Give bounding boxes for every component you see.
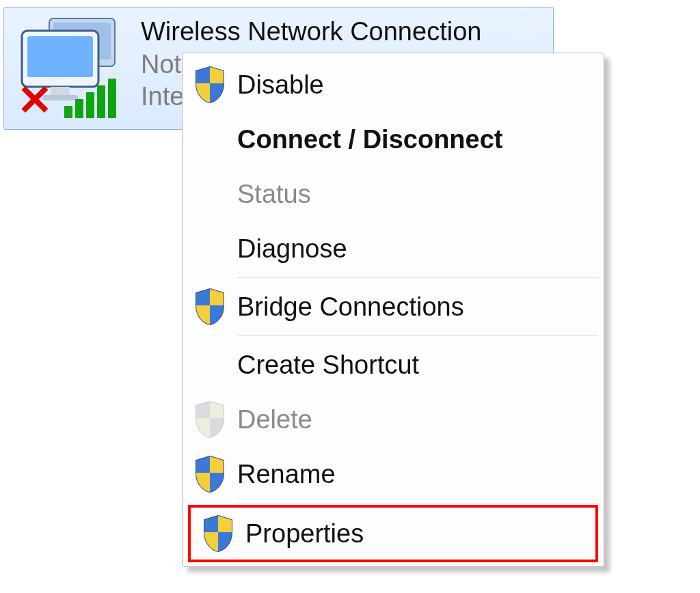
uac-shield-icon [189,454,230,495]
menu-separator [237,277,598,278]
label: Diagnose [237,234,347,264]
uac-shield-icon [198,513,239,554]
menu-item-status: Status [183,167,604,221]
menu-item-delete: Delete [183,392,604,447]
uac-shield-icon [189,286,230,327]
spacer-icon [189,174,230,215]
label: Disable [237,70,324,100]
label: Rename [237,460,336,489]
label: Delete [237,405,312,435]
label: Bridge Connections [237,292,464,322]
label: Status [237,180,311,209]
menu-separator [237,503,598,504]
menu-item-diagnose[interactable]: Diagnose [183,221,604,276]
adapter-icon: ✕ [16,16,133,118]
menu-item-rename[interactable]: Rename [183,447,604,501]
highlight-box: Properties [188,505,598,562]
adapter-title: Wireless Network Connection [141,16,481,49]
label: Properties [245,519,364,549]
disconnected-x-icon: ✕ [14,80,55,121]
menu-item-connect-disconnect[interactable]: Connect / Disconnect [183,112,604,167]
spacer-icon [189,228,230,269]
menu-separator [237,335,598,336]
menu-item-create-shortcut[interactable]: Create Shortcut [183,337,604,392]
spacer-icon [189,119,230,160]
svg-rect-3 [27,36,93,77]
menu-item-disable[interactable]: Disable [183,57,604,112]
context-menu: Disable Connect / Disconnect Status Diag… [182,53,604,567]
menu-item-properties[interactable]: Properties [191,508,595,560]
uac-shield-icon [189,399,230,440]
label: Create Shortcut [237,350,419,380]
uac-shield-icon [189,64,230,105]
signal-bars-icon [64,79,116,118]
spacer-icon [189,344,230,385]
label: Connect / Disconnect [237,125,503,154]
menu-item-bridge-connections[interactable]: Bridge Connections [183,279,604,334]
